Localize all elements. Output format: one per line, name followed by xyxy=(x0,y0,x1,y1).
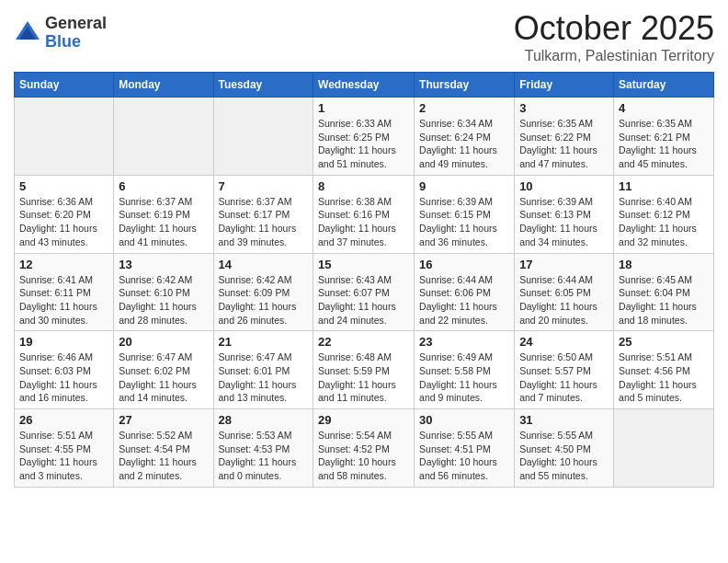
calendar-table: SundayMondayTuesdayWednesdayThursdayFrid… xyxy=(14,72,714,488)
day-info: Sunrise: 6:36 AM Sunset: 6:20 PM Dayligh… xyxy=(19,195,108,249)
day-info: Sunrise: 6:50 AM Sunset: 5:57 PM Dayligh… xyxy=(519,350,609,405)
calendar-week-row: 19Sunrise: 6:46 AM Sunset: 6:03 PM Dayli… xyxy=(15,331,714,409)
calendar-cell: 22Sunrise: 6:48 AM Sunset: 5:59 PM Dayli… xyxy=(313,331,415,409)
calendar-cell: 19Sunrise: 6:46 AM Sunset: 6:03 PM Dayli… xyxy=(15,331,114,409)
day-info: Sunrise: 6:48 AM Sunset: 5:59 PM Dayligh… xyxy=(318,350,409,405)
weekday-header-monday: Monday xyxy=(114,73,213,98)
calendar-cell xyxy=(614,409,714,488)
day-info: Sunrise: 6:43 AM Sunset: 6:07 PM Dayligh… xyxy=(318,273,409,327)
title-block: October 2025 Tulkarm, Palestinian Territ… xyxy=(514,9,714,64)
calendar-cell xyxy=(114,98,213,176)
calendar-cell: 1Sunrise: 6:33 AM Sunset: 6:25 PM Daylig… xyxy=(313,98,415,176)
day-info: Sunrise: 6:44 AM Sunset: 6:06 PM Dayligh… xyxy=(419,273,509,327)
calendar-cell: 26Sunrise: 5:51 AM Sunset: 4:55 PM Dayli… xyxy=(15,409,114,488)
month-title: October 2025 xyxy=(514,9,714,48)
calendar-cell: 4Sunrise: 6:35 AM Sunset: 6:21 PM Daylig… xyxy=(614,98,714,176)
calendar-cell: 9Sunrise: 6:39 AM Sunset: 6:15 PM Daylig… xyxy=(415,175,515,253)
day-number: 2 xyxy=(419,101,509,115)
day-info: Sunrise: 5:54 AM Sunset: 4:52 PM Dayligh… xyxy=(318,429,409,483)
calendar-cell: 13Sunrise: 6:42 AM Sunset: 6:10 PM Dayli… xyxy=(114,253,213,331)
calendar-cell: 2Sunrise: 6:34 AM Sunset: 6:24 PM Daylig… xyxy=(415,98,515,176)
calendar-cell: 27Sunrise: 5:52 AM Sunset: 4:54 PM Dayli… xyxy=(114,409,213,488)
calendar-cell: 14Sunrise: 6:42 AM Sunset: 6:09 PM Dayli… xyxy=(213,253,313,331)
location-title: Tulkarm, Palestinian Territory xyxy=(514,48,714,64)
calendar-week-row: 26Sunrise: 5:51 AM Sunset: 4:55 PM Dayli… xyxy=(15,409,714,488)
calendar-cell: 18Sunrise: 6:45 AM Sunset: 6:04 PM Dayli… xyxy=(614,253,714,331)
weekday-header-friday: Friday xyxy=(515,73,614,98)
weekday-header-thursday: Thursday xyxy=(415,73,515,98)
day-info: Sunrise: 6:35 AM Sunset: 6:21 PM Dayligh… xyxy=(619,117,709,171)
day-number: 31 xyxy=(519,413,609,427)
calendar-week-row: 5Sunrise: 6:36 AM Sunset: 6:20 PM Daylig… xyxy=(15,175,714,253)
day-number: 8 xyxy=(318,179,409,193)
day-number: 1 xyxy=(318,101,409,115)
day-info: Sunrise: 5:52 AM Sunset: 4:54 PM Dayligh… xyxy=(119,429,208,483)
calendar-cell xyxy=(213,98,313,176)
day-number: 9 xyxy=(419,179,509,193)
calendar-cell: 25Sunrise: 5:51 AM Sunset: 4:56 PM Dayli… xyxy=(614,331,714,409)
calendar-cell xyxy=(15,98,114,176)
calendar-week-row: 12Sunrise: 6:41 AM Sunset: 6:11 PM Dayli… xyxy=(15,253,714,331)
day-number: 22 xyxy=(318,335,409,349)
day-number: 23 xyxy=(419,335,509,349)
day-number: 14 xyxy=(219,258,309,271)
day-info: Sunrise: 6:39 AM Sunset: 6:15 PM Dayligh… xyxy=(419,195,509,249)
day-info: Sunrise: 5:55 AM Sunset: 4:50 PM Dayligh… xyxy=(519,429,609,483)
calendar-header: SundayMondayTuesdayWednesdayThursdayFrid… xyxy=(15,73,714,98)
day-info: Sunrise: 5:53 AM Sunset: 4:53 PM Dayligh… xyxy=(219,429,309,483)
day-number: 17 xyxy=(519,258,609,271)
calendar-cell: 21Sunrise: 6:47 AM Sunset: 6:01 PM Dayli… xyxy=(213,331,313,409)
calendar-cell: 23Sunrise: 6:49 AM Sunset: 5:58 PM Dayli… xyxy=(415,331,515,409)
day-number: 5 xyxy=(19,179,108,193)
calendar-cell: 29Sunrise: 5:54 AM Sunset: 4:52 PM Dayli… xyxy=(313,409,415,488)
day-number: 13 xyxy=(119,258,208,271)
day-number: 15 xyxy=(318,258,409,271)
day-number: 27 xyxy=(119,413,208,427)
day-info: Sunrise: 5:51 AM Sunset: 4:56 PM Dayligh… xyxy=(619,350,709,405)
day-number: 21 xyxy=(219,335,309,349)
day-number: 12 xyxy=(19,258,108,271)
day-info: Sunrise: 6:44 AM Sunset: 6:05 PM Dayligh… xyxy=(519,273,609,327)
day-info: Sunrise: 6:41 AM Sunset: 6:11 PM Dayligh… xyxy=(19,273,108,327)
day-info: Sunrise: 6:49 AM Sunset: 5:58 PM Dayligh… xyxy=(419,350,509,405)
calendar-cell: 31Sunrise: 5:55 AM Sunset: 4:50 PM Dayli… xyxy=(515,409,614,488)
calendar-cell: 3Sunrise: 6:35 AM Sunset: 6:22 PM Daylig… xyxy=(515,98,614,176)
calendar-cell: 24Sunrise: 6:50 AM Sunset: 5:57 PM Dayli… xyxy=(515,331,614,409)
calendar-cell: 30Sunrise: 5:55 AM Sunset: 4:51 PM Dayli… xyxy=(415,409,515,488)
day-number: 24 xyxy=(519,335,609,349)
day-info: Sunrise: 6:33 AM Sunset: 6:25 PM Dayligh… xyxy=(318,117,409,171)
day-info: Sunrise: 6:35 AM Sunset: 6:22 PM Dayligh… xyxy=(519,117,609,171)
day-info: Sunrise: 6:37 AM Sunset: 6:17 PM Dayligh… xyxy=(219,195,309,249)
calendar-cell: 12Sunrise: 6:41 AM Sunset: 6:11 PM Dayli… xyxy=(15,253,114,331)
logo-icon xyxy=(14,19,41,47)
day-number: 28 xyxy=(219,413,309,427)
calendar-cell: 5Sunrise: 6:36 AM Sunset: 6:20 PM Daylig… xyxy=(15,175,114,253)
calendar-cell: 11Sunrise: 6:40 AM Sunset: 6:12 PM Dayli… xyxy=(614,175,714,253)
day-number: 25 xyxy=(619,335,709,349)
day-number: 20 xyxy=(119,335,208,349)
day-number: 11 xyxy=(619,179,709,193)
calendar-cell: 8Sunrise: 6:38 AM Sunset: 6:16 PM Daylig… xyxy=(313,175,415,253)
day-info: Sunrise: 6:39 AM Sunset: 6:13 PM Dayligh… xyxy=(519,195,609,249)
day-number: 19 xyxy=(19,335,108,349)
calendar-cell: 6Sunrise: 6:37 AM Sunset: 6:19 PM Daylig… xyxy=(114,175,213,253)
day-info: Sunrise: 6:37 AM Sunset: 6:19 PM Dayligh… xyxy=(119,195,208,249)
day-number: 26 xyxy=(19,413,108,427)
logo-general-text: General xyxy=(45,15,107,33)
calendar-body: 1Sunrise: 6:33 AM Sunset: 6:25 PM Daylig… xyxy=(15,98,714,488)
day-info: Sunrise: 5:51 AM Sunset: 4:55 PM Dayligh… xyxy=(19,429,108,483)
day-info: Sunrise: 6:47 AM Sunset: 6:02 PM Dayligh… xyxy=(119,350,208,405)
weekday-header-row: SundayMondayTuesdayWednesdayThursdayFrid… xyxy=(15,73,714,98)
day-info: Sunrise: 6:40 AM Sunset: 6:12 PM Dayligh… xyxy=(619,195,709,249)
day-info: Sunrise: 6:46 AM Sunset: 6:03 PM Dayligh… xyxy=(19,350,108,405)
day-number: 4 xyxy=(619,101,709,115)
weekday-header-wednesday: Wednesday xyxy=(313,73,415,98)
calendar-cell: 10Sunrise: 6:39 AM Sunset: 6:13 PM Dayli… xyxy=(515,175,614,253)
day-number: 30 xyxy=(419,413,509,427)
page-header: General Blue October 2025 Tulkarm, Pales… xyxy=(14,9,714,64)
day-number: 16 xyxy=(419,258,509,271)
calendar-cell: 28Sunrise: 5:53 AM Sunset: 4:53 PM Dayli… xyxy=(213,409,313,488)
day-info: Sunrise: 6:42 AM Sunset: 6:10 PM Dayligh… xyxy=(119,273,208,327)
day-number: 7 xyxy=(219,179,309,193)
weekday-header-sunday: Sunday xyxy=(15,73,114,98)
